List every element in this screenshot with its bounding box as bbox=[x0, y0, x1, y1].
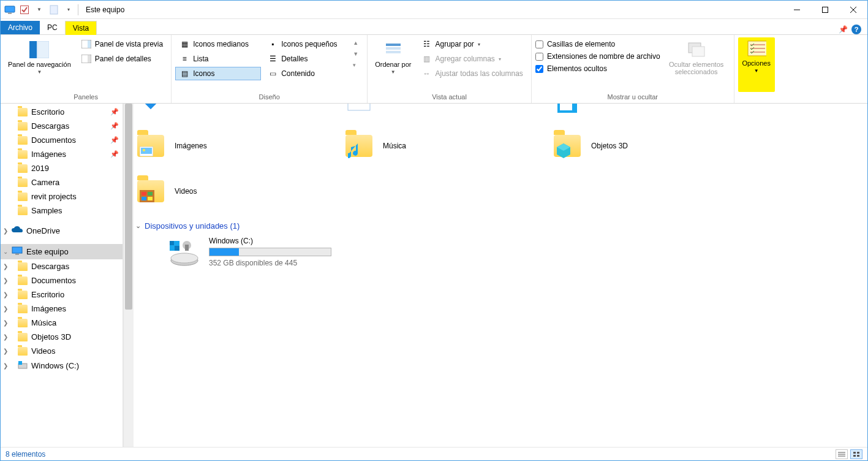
expand-icon[interactable]: ❯ bbox=[3, 291, 8, 298]
section-drives-header[interactable]: ⌄ Dispositivos y unidades (1) bbox=[135, 216, 861, 234]
folder-label: Objetos 3D bbox=[591, 142, 628, 150]
nav-sub-musica[interactable]: ❯Música bbox=[1, 316, 123, 330]
main-pane[interactable]: Imágenes Música Objetos 3D Videos ⌄ Disp… bbox=[123, 104, 867, 447]
expand-icon[interactable]: ❯ bbox=[3, 362, 8, 369]
nav-pane-button[interactable]: Panel de navegación ▼ bbox=[4, 37, 75, 92]
nav-item-imagenes[interactable]: Imágenes📌 bbox=[1, 147, 123, 161]
nav-item-2019[interactable]: 2019 bbox=[1, 161, 123, 175]
navigation-pane[interactable]: Escritorio📌 Descargas📌 Documentos📌 Imáge… bbox=[1, 104, 123, 447]
size-columns-button: ↔Ajustar todas las columnas bbox=[417, 67, 527, 80]
folder-icon bbox=[18, 291, 28, 299]
svg-rect-11 bbox=[88, 40, 91, 48]
folder-label: Imágenes bbox=[175, 142, 207, 150]
folder-icon bbox=[18, 150, 28, 159]
ribbon-tabs: Archivo PC Vista 📌 ? bbox=[1, 19, 867, 35]
svg-rect-26 bbox=[18, 361, 22, 365]
expand-icon[interactable]: ❯ bbox=[3, 277, 8, 284]
svg-rect-9 bbox=[37, 41, 49, 58]
expand-icon[interactable]: ❯ bbox=[3, 348, 8, 354]
tab-archivo[interactable]: Archivo bbox=[1, 21, 40, 34]
sort-by-button[interactable]: Ordenar por ▼ bbox=[371, 37, 415, 92]
help-icon[interactable]: ? bbox=[851, 25, 861, 34]
folder-item-documentos-top[interactable] bbox=[552, 104, 736, 118]
folder-icon bbox=[18, 276, 28, 285]
onedrive-icon bbox=[12, 226, 23, 235]
layout-expand-icon[interactable]: ▾ bbox=[353, 62, 358, 68]
pin-ribbon-icon[interactable]: 📌 bbox=[839, 25, 848, 34]
svg-rect-51 bbox=[857, 452, 859, 454]
expand-icon[interactable]: ❯ bbox=[3, 305, 8, 312]
expand-icon[interactable]: ❯ bbox=[3, 227, 8, 234]
options-button[interactable]: Opciones ▼ bbox=[738, 37, 775, 92]
checkbox-item-boxes[interactable]: Casillas de elemento bbox=[535, 39, 660, 50]
view-details-button[interactable] bbox=[836, 449, 848, 459]
pin-icon: 📌 bbox=[110, 136, 119, 144]
checkbox-extensions[interactable]: Extensiones de nombre de archivo bbox=[535, 51, 660, 62]
layout-medium-icons[interactable]: ▦Iconos medianos bbox=[175, 37, 261, 51]
svg-rect-5 bbox=[823, 7, 828, 12]
folder-item-videos[interactable]: Videos bbox=[135, 176, 319, 207]
layout-icons[interactable]: ▤Iconos bbox=[175, 67, 261, 80]
nav-item-revit[interactable]: revit projects bbox=[1, 189, 123, 204]
folder-icon bbox=[18, 207, 28, 215]
collapse-icon[interactable]: ⌄ bbox=[3, 248, 8, 255]
nav-item-samples[interactable]: Samples bbox=[1, 204, 123, 218]
preview-pane-button[interactable]: Panel de vista previa bbox=[77, 37, 167, 51]
nav-sub-escritorio[interactable]: ❯Escritorio bbox=[1, 288, 123, 302]
folder-icon bbox=[18, 319, 28, 327]
close-button[interactable] bbox=[839, 1, 867, 19]
minimize-button[interactable] bbox=[783, 1, 811, 19]
checkbox-hidden-items[interactable]: Elementos ocultos bbox=[535, 63, 660, 74]
expand-icon[interactable]: ❯ bbox=[3, 319, 8, 326]
folder-item-objetos3d[interactable]: Objetos 3D bbox=[552, 131, 736, 161]
folder-label: Música bbox=[383, 142, 406, 150]
svg-rect-8 bbox=[29, 41, 37, 58]
nav-sub-objetos3d[interactable]: ❯Objetos 3D bbox=[1, 330, 123, 344]
tab-pc[interactable]: PC bbox=[40, 21, 65, 34]
nav-item-documentos[interactable]: Documentos📌 bbox=[1, 133, 123, 147]
folder-icon bbox=[18, 122, 28, 131]
properties-checkbox-icon[interactable] bbox=[19, 4, 30, 15]
status-bar: 8 elementos bbox=[1, 447, 867, 460]
nav-item-este-equipo[interactable]: ⌄Este equipo bbox=[1, 244, 123, 259]
maximize-button[interactable] bbox=[811, 1, 839, 19]
status-count: 8 elementos bbox=[6, 450, 45, 459]
layout-list[interactable]: ≡Lista bbox=[175, 52, 261, 66]
nav-sub-imagenes[interactable]: ❯Imágenes bbox=[1, 302, 123, 316]
layout-details[interactable]: ☰Detalles bbox=[263, 52, 349, 66]
nav-item-onedrive[interactable]: ❯OneDrive bbox=[1, 224, 123, 238]
svg-rect-23 bbox=[12, 247, 22, 253]
pin-icon: 📌 bbox=[110, 108, 119, 116]
qat-dropdown2-icon[interactable]: ▾ bbox=[63, 4, 74, 15]
view-large-icons-button[interactable] bbox=[850, 449, 862, 459]
folder-item-imagenes[interactable]: Imágenes bbox=[135, 131, 319, 161]
drive-item-windows-c[interactable]: Windows (C:) 352 GB disponibles de 445 bbox=[135, 234, 861, 267]
layout-content[interactable]: ▭Contenido bbox=[263, 67, 349, 80]
nav-sub-windows-c[interactable]: ❯Windows (C:) bbox=[1, 358, 123, 373]
tab-vista[interactable]: Vista bbox=[65, 21, 97, 35]
details-pane-button[interactable]: Panel de detalles bbox=[77, 52, 167, 66]
expand-icon[interactable]: ❯ bbox=[3, 333, 8, 340]
folder-item-descargas-top[interactable] bbox=[135, 104, 319, 118]
nav-item-escritorio[interactable]: Escritorio📌 bbox=[1, 105, 123, 119]
folder-item-musica[interactable]: Música bbox=[344, 131, 527, 161]
layout-small-icons[interactable]: ▪Iconos pequeños bbox=[263, 37, 349, 51]
expand-icon[interactable]: ❯ bbox=[3, 263, 8, 270]
ribbon: Panel de navegación ▼ Panel de vista pre… bbox=[1, 35, 867, 104]
explorer-window: ▼ ▾ Este equipo Archivo PC Vista 📌 ? Pan… bbox=[0, 0, 868, 461]
nav-sub-videos[interactable]: ❯Videos bbox=[1, 344, 123, 358]
nav-item-descargas[interactable]: Descargas📌 bbox=[1, 119, 123, 133]
svg-rect-53 bbox=[857, 455, 859, 457]
layout-scroll-up-icon[interactable]: ▲ bbox=[353, 40, 358, 46]
drive-icon bbox=[168, 237, 200, 267]
chevron-down-icon[interactable]: ⌄ bbox=[135, 222, 141, 230]
layout-scroll-down-icon[interactable]: ▼ bbox=[353, 51, 358, 57]
qat-dropdown-icon[interactable]: ▼ bbox=[34, 4, 45, 15]
svg-rect-44 bbox=[170, 241, 174, 245]
nav-sub-descargas[interactable]: ❯Descargas bbox=[1, 259, 123, 273]
nav-item-camera[interactable]: Camera bbox=[1, 175, 123, 189]
folder-item-escritorio-top[interactable] bbox=[344, 104, 527, 118]
svg-rect-45 bbox=[175, 246, 179, 251]
nav-sub-documentos[interactable]: ❯Documentos bbox=[1, 273, 123, 288]
group-by-button[interactable]: ☷Agrupar por▾ bbox=[417, 37, 527, 51]
